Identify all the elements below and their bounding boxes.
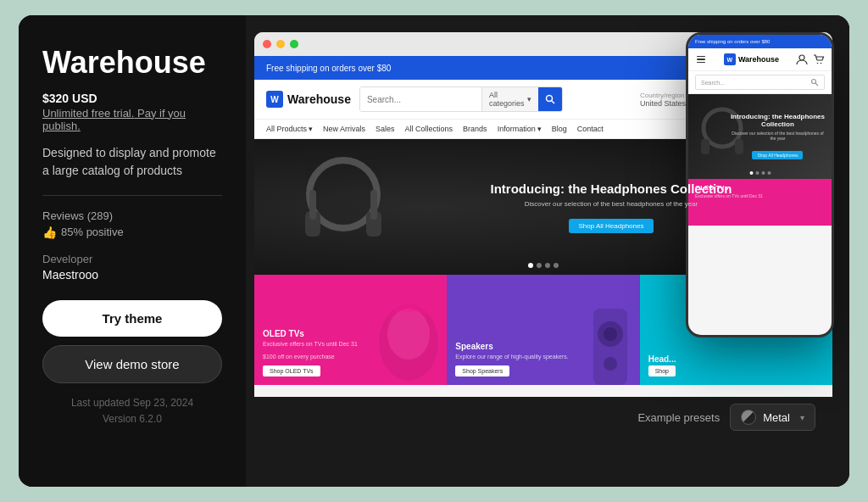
developer-name: Maestrooo [42,268,222,282]
svg-rect-7 [309,190,316,220]
mobile-dot-4[interactable] [767,171,771,175]
store-logo-text: Warehouse [287,92,351,106]
hero-dot-2[interactable] [537,263,542,268]
svg-point-0 [547,96,553,102]
mobile-hero-subtitle: Discover our selection of the best headp… [731,131,825,141]
mobile-hero: Introducing: the HeadphonesCollection Di… [688,94,832,179]
preset-name: Metal [763,411,790,424]
divider [42,195,222,196]
headphone-image [288,143,398,271]
svg-point-17 [821,63,822,64]
mobile-search-bar: Search... [688,71,832,94]
products-chevron-icon: ▾ [309,125,313,133]
search-input[interactable] [360,87,481,111]
speakers-shop-button[interactable]: Shop Speakers [455,365,509,376]
svg-rect-21 [701,139,709,154]
mobile-dot-3[interactable] [761,171,765,175]
reviews-count: Reviews (289) [42,209,222,222]
headphones-title: Head... [648,354,824,364]
preset-color-dot [741,410,756,425]
mobile-hero-title: Introducing: the HeadphonesCollection [731,113,825,128]
bottom-bar: Example presets Metal ▾ [254,397,832,438]
minimize-dot [276,40,285,48]
svg-point-15 [799,55,804,60]
oled-tv-image [370,283,447,385]
close-dot [263,40,271,48]
theme-description: Designed to display and promote a large … [42,144,222,180]
search-icon [545,94,555,104]
menu-new-arrivals[interactable]: New Arrivals [323,125,365,133]
mobile-dot-2[interactable] [755,171,759,175]
hero-dot-4[interactable] [554,263,559,268]
svg-point-13 [604,327,617,341]
hamburger-line-1 [697,56,705,58]
left-panel: Warehouse $320 USD Unlimited free trial.… [19,15,246,487]
mobile-search-placeholder: Search... [701,80,725,86]
mobile-carousel-dots [749,171,771,175]
free-trial-text: Unlimited free trial. Pay if you publish… [42,107,222,132]
hero-carousel-dots [528,263,559,268]
preset-selector[interactable]: Metal ▾ [730,404,815,431]
preset-chevron-icon: ▾ [800,413,804,422]
categories-label: All categories [489,91,525,108]
hamburger-menu-icon[interactable] [695,54,707,65]
categories-dropdown[interactable]: All categories ▾ [481,87,539,111]
theme-title: Warehouse [42,46,222,80]
store-search-bar[interactable]: All categories ▾ [359,86,563,112]
mobile-top-bar: Free shipping on orders over $80 [688,35,832,48]
mobile-search-icon [810,78,819,86]
last-updated: Last updated Sep 23, 2024 [71,397,193,409]
hamburger-line-2 [697,59,705,60]
svg-rect-8 [370,190,377,220]
store-logo: W Warehouse [266,91,351,108]
free-trial-link[interactable]: Unlimited free trial. [42,107,134,120]
mobile-logo-text: Warehouse [738,55,779,64]
hero-subtitle: Discover our selection of the best headp… [491,200,732,208]
search-submit-button[interactable] [538,87,562,111]
mobile-free-shipping: Free shipping on orders over $80 [695,39,770,44]
chevron-down-icon: ▾ [527,95,531,103]
mobile-logo-icon: W [724,53,736,65]
free-shipping-text: Free shipping on orders over $80 [266,64,391,73]
mobile-cart-icon[interactable] [813,54,825,64]
mobile-account-icons [796,53,825,65]
menu-contact[interactable]: Contact [577,125,604,133]
svg-point-18 [812,80,816,84]
mobile-search-inner[interactable]: Search... [695,75,825,90]
headphones-shop-button[interactable]: Shop [648,365,676,376]
info-chevron-icon: ▾ [537,125,542,133]
mobile-account-icon[interactable] [796,53,808,65]
hero-cta-button[interactable]: Shop All Headphones [569,219,654,233]
svg-point-10 [387,309,430,360]
meta-info: Last updated Sep 23, 2024 Version 6.2.0 [42,395,222,427]
view-demo-button[interactable]: View demo store [42,345,222,383]
menu-sales[interactable]: Sales [376,125,395,133]
oled-tv-shop-button[interactable]: Shop OLED TVs [263,365,320,376]
hero-text-area: Introducing: the Headphones Collection D… [491,181,732,233]
price-label: $320 USD [42,92,222,105]
hero-dot-3[interactable] [545,263,550,268]
menu-all-collections[interactable]: All Collections [405,125,453,133]
menu-information[interactable]: Information ▾ [498,125,542,133]
main-card: Warehouse $320 USD Unlimited free trial.… [19,15,849,487]
mobile-logo: W Warehouse [724,53,779,65]
product-card-speakers: Speakers Explore our range of high-quali… [447,275,639,385]
right-panel: Free shipping on orders over $80 ✉ Subsc… [246,15,849,487]
svg-point-14 [604,357,617,371]
menu-blog[interactable]: Blog [552,125,567,133]
developer-label: Developer [42,253,222,265]
mobile-nav: W Warehouse [688,48,832,71]
product-card-oled: OLED TVs Exclusive offers on TVs until D… [254,275,447,385]
mobile-dot-1[interactable] [749,171,753,175]
hamburger-line-3 [697,62,705,64]
svg-line-1 [552,101,555,104]
try-theme-button[interactable]: Try theme [42,300,222,337]
store-logo-icon: W [266,91,283,108]
menu-brands[interactable]: Brands [463,125,487,133]
menu-all-products[interactable]: All Products ▾ [266,125,313,133]
mobile-hero-cta[interactable]: Shop All Headphones [752,151,803,159]
speakers-image [576,300,640,385]
hero-dot-1[interactable] [528,263,533,268]
positive-percentage: 85% positive [61,226,124,238]
maximize-dot [290,40,298,48]
